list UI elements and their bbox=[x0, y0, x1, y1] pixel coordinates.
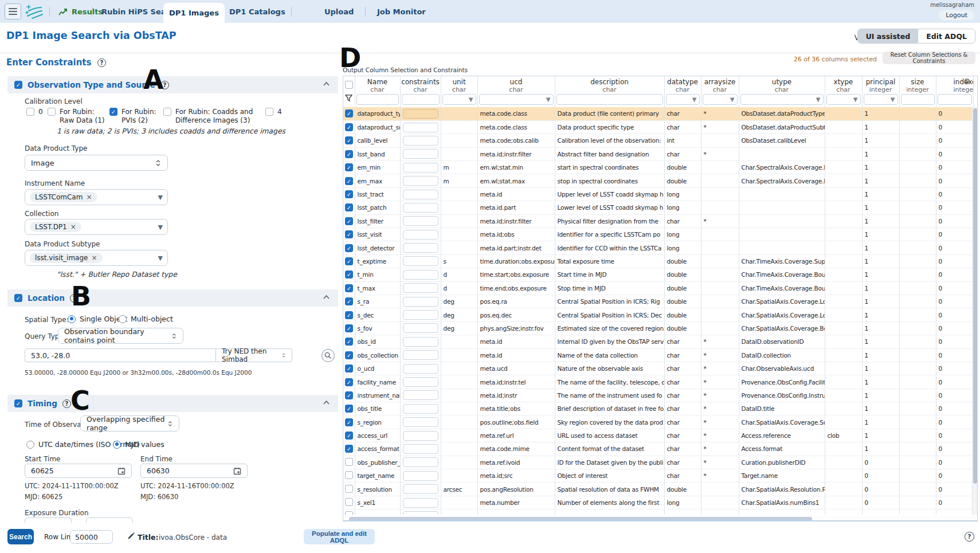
chip-remove-icon[interactable]: × bbox=[86, 193, 92, 201]
section-checkbox[interactable]: ✓ bbox=[14, 81, 22, 89]
column-header-unit[interactable]: unitchar bbox=[441, 76, 477, 93]
tab-dp1-catalogs[interactable]: DP1 Catalogs bbox=[224, 0, 291, 23]
radio-option[interactable]: MJD values bbox=[113, 440, 164, 449]
help-icon[interactable]: ? bbox=[62, 399, 71, 408]
constraint-input[interactable] bbox=[403, 109, 438, 119]
checkbox-icon[interactable]: ✓ bbox=[345, 364, 353, 372]
tab-job-monitor[interactable]: Job Monitor bbox=[371, 0, 432, 23]
constraint-input[interactable] bbox=[403, 350, 438, 360]
calib-option[interactable]: 0 bbox=[26, 108, 43, 116]
constraint-input[interactable] bbox=[403, 123, 438, 132]
chevron-down-icon[interactable]: ▼ bbox=[469, 96, 473, 103]
tab-dp1-images[interactable]: DP1 Images bbox=[163, 3, 225, 23]
end-time-input[interactable]: 60630 bbox=[140, 464, 248, 478]
logout-button[interactable]: Logout bbox=[939, 10, 974, 20]
radio-option[interactable]: Multi-object bbox=[119, 315, 173, 323]
chevron-down-icon[interactable]: ▼ bbox=[816, 96, 821, 103]
chevron-down-icon[interactable]: ▼ bbox=[158, 223, 163, 231]
collection-multiselect[interactable]: LSST.DP1× ▼ bbox=[25, 219, 168, 235]
checkbox-icon[interactable]: ✓ bbox=[345, 284, 353, 292]
filter-input-constraints[interactable] bbox=[402, 94, 440, 105]
constraint-input[interactable] bbox=[403, 323, 438, 333]
radio-icon[interactable] bbox=[26, 441, 34, 449]
column-header-datatype[interactable]: datatypechar bbox=[664, 76, 701, 93]
filter-input-xtype[interactable]: ▼ bbox=[826, 94, 861, 105]
constraint-input[interactable] bbox=[403, 243, 438, 253]
checkbox-icon[interactable]: ✓ bbox=[345, 270, 353, 279]
section-label[interactable]: Timing bbox=[28, 399, 57, 408]
coordinates-input[interactable]: 53.0, -28.0 bbox=[25, 348, 216, 362]
checkbox-icon[interactable] bbox=[345, 471, 353, 479]
resolve-search-button[interactable] bbox=[322, 349, 335, 362]
column-header-Name[interactable]: Namechar bbox=[355, 76, 400, 93]
exposure-min-input[interactable] bbox=[25, 517, 72, 523]
chevron-up-icon[interactable] bbox=[323, 400, 330, 405]
constraint-input[interactable] bbox=[403, 136, 438, 146]
help-icon[interactable]: ? bbox=[97, 58, 106, 67]
constraint-input[interactable] bbox=[403, 404, 438, 414]
tab-upload[interactable]: Upload bbox=[319, 0, 359, 23]
checkbox-icon[interactable]: ✓ bbox=[345, 109, 353, 117]
checkbox-icon[interactable] bbox=[163, 108, 171, 116]
select-all-checkbox[interactable] bbox=[345, 81, 353, 89]
checkbox-icon[interactable] bbox=[48, 108, 56, 116]
chevron-down-icon[interactable]: ▼ bbox=[853, 96, 858, 103]
chevron-up-icon[interactable] bbox=[323, 295, 330, 300]
constraint-input[interactable] bbox=[403, 270, 438, 280]
start-time-input[interactable]: 60625 bbox=[25, 464, 132, 478]
resolver-select[interactable]: Try NED then Simbad bbox=[216, 348, 292, 362]
radio-icon[interactable] bbox=[68, 315, 76, 323]
checkbox-icon[interactable]: ✓ bbox=[345, 203, 353, 211]
radio-icon[interactable] bbox=[119, 315, 127, 323]
constraint-input[interactable] bbox=[403, 230, 438, 240]
section-observation-type[interactable]: ✓ Observation Type and Source ? bbox=[7, 76, 338, 93]
column-header-ucd[interactable]: ucdchar bbox=[477, 76, 555, 93]
chevron-up-icon[interactable] bbox=[323, 81, 330, 87]
checkbox-icon[interactable]: ✓ bbox=[345, 311, 353, 319]
filter-input-indexed[interactable] bbox=[938, 94, 972, 105]
horizontal-scrollbar[interactable] bbox=[343, 516, 978, 521]
search-button[interactable]: Search bbox=[7, 529, 34, 544]
column-header-description[interactable]: descriptionchar bbox=[555, 76, 664, 93]
constraint-input[interactable] bbox=[403, 498, 438, 508]
filter-input-Name[interactable] bbox=[356, 94, 399, 105]
populate-adql-button[interactable]: Populate and edit ADQL bbox=[304, 529, 375, 544]
constraint-input[interactable] bbox=[403, 283, 438, 293]
section-checkbox[interactable]: ✓ bbox=[14, 399, 22, 407]
filter-input-datatype[interactable]: ▼ bbox=[666, 94, 700, 105]
section-label[interactable]: Location bbox=[28, 293, 65, 303]
checkbox-icon[interactable]: ✓ bbox=[345, 244, 353, 252]
section-checkbox[interactable]: ✓ bbox=[14, 294, 22, 302]
radio-icon[interactable] bbox=[113, 441, 121, 449]
checkbox-icon[interactable] bbox=[345, 458, 353, 466]
checkbox-icon[interactable]: ✓ bbox=[345, 324, 353, 332]
checkbox-icon[interactable] bbox=[265, 108, 273, 116]
time-of-observation-select[interactable]: Overlapping specified range bbox=[80, 415, 179, 432]
calib-option[interactable]: 4 bbox=[265, 108, 282, 116]
checkbox-icon[interactable] bbox=[345, 485, 353, 493]
checkbox-icon[interactable]: ✓ bbox=[345, 150, 353, 158]
view-edit-adql-button[interactable]: Edit ADQL bbox=[918, 29, 975, 43]
checkbox-icon[interactable]: ✓ bbox=[345, 338, 353, 346]
edit-pencil-icon[interactable] bbox=[127, 532, 135, 540]
checkbox-icon[interactable]: ✓ bbox=[345, 123, 353, 131]
row-limit-input[interactable] bbox=[70, 530, 113, 544]
checkbox-icon[interactable]: ✓ bbox=[345, 230, 353, 238]
checkbox-icon[interactable]: ✓ bbox=[345, 257, 353, 265]
checkbox-icon[interactable]: ✓ bbox=[345, 378, 353, 386]
chevron-down-icon[interactable]: ▼ bbox=[546, 96, 551, 103]
column-header-arraysize[interactable]: arraysizechar bbox=[701, 76, 739, 93]
help-icon[interactable]: ? bbox=[965, 532, 974, 542]
column-header-constraints[interactable]: constraintschar bbox=[400, 76, 441, 93]
view-ui-assisted-button[interactable]: UI assisted bbox=[858, 29, 919, 43]
constraint-input[interactable] bbox=[403, 377, 438, 387]
section-timing[interactable]: ✓ Timing ? bbox=[7, 395, 338, 412]
filter-input-size[interactable] bbox=[901, 94, 935, 105]
constraint-input[interactable] bbox=[403, 190, 438, 199]
vertical-scrollbar-thumb[interactable] bbox=[973, 108, 977, 484]
checkbox-icon[interactable]: ✓ bbox=[345, 432, 353, 440]
chevron-down-icon[interactable]: ▼ bbox=[158, 254, 163, 262]
column-header-xtype[interactable]: xtypechar bbox=[825, 76, 862, 93]
checkbox-icon[interactable]: ✓ bbox=[345, 177, 353, 185]
checkbox-icon[interactable]: ✓ bbox=[345, 351, 353, 359]
